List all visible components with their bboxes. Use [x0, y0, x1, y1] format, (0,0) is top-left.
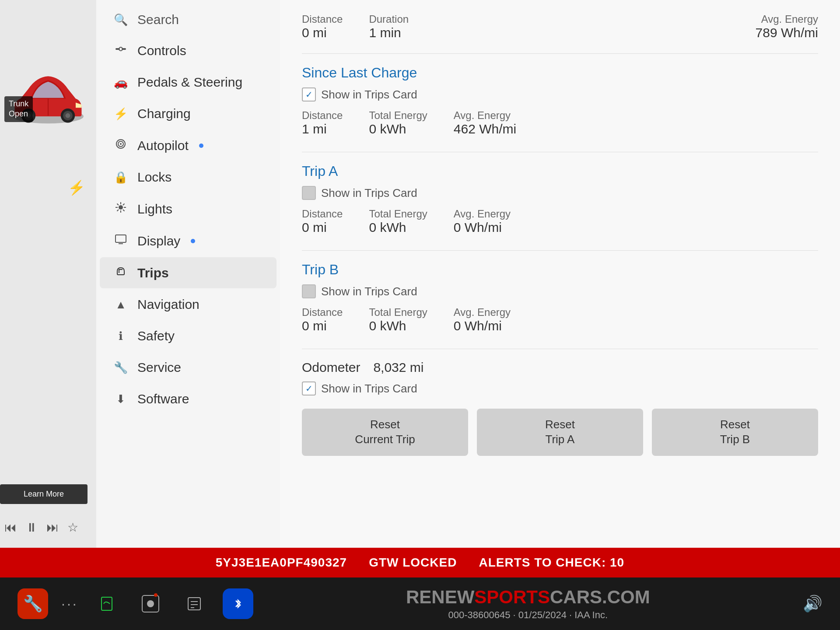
trip-a-show-row: Show in Trips Card [302, 186, 818, 200]
controls-icon [113, 43, 129, 58]
taskbar-left: 🔧 ··· [18, 588, 253, 619]
lights-icon [113, 201, 129, 217]
trip-b-title: Trip B [302, 262, 818, 278]
sidebar-item-charging[interactable]: ⚡ Charging [100, 98, 276, 129]
current-trip-section: Distance 0 mi Duration 1 min Avg. Energy… [302, 13, 818, 40]
odometer-checkbox[interactable]: ✓ [302, 382, 316, 396]
taskbar-settings-icon[interactable]: 🔧 [18, 588, 48, 619]
odometer-show-label: Show in Trips Card [321, 382, 417, 396]
taskbar: 🔧 ··· [0, 578, 840, 630]
navigation-icon: ▲ [113, 298, 129, 312]
learn-more-banner[interactable]: Learn More [0, 484, 88, 504]
trip-b-show-label: Show in Trips Card [321, 285, 417, 298]
locks-icon: 🔒 [113, 171, 129, 184]
svg-line-22 [117, 210, 119, 211]
safety-icon: ℹ [113, 329, 129, 343]
trip-a-avg-energy-block: Avg. Energy 0 Wh/mi [454, 208, 511, 235]
sidebar-item-trips[interactable]: Trips [100, 257, 276, 288]
trunk-status: Trunk Open [4, 96, 33, 122]
trip-a-distance-block: Distance 0 mi [302, 208, 343, 235]
pedals-icon: 🚗 [113, 76, 129, 89]
prev-track-icon[interactable]: ⏮ [4, 520, 17, 535]
brand-sports: SPORTS [474, 587, 550, 607]
main-area: Trunk Open ⚡ Learn More ⏮ ⏸ ⏭ ☆ 🔍 Search [0, 0, 840, 548]
taskbar-dots: ··· [61, 596, 78, 612]
slc-distance-block: Distance 1 mi [302, 109, 343, 136]
trip-a-title: Trip A [302, 163, 818, 179]
slc-total-energy-block: Total Energy 0 kWh [369, 109, 427, 136]
taskbar-center: RENEWSPORTSCARS.COM 000-38600645 · 01/25… [406, 587, 650, 621]
software-icon: ⬇ [113, 392, 129, 406]
current-distance-block: Distance 0 mi [302, 13, 343, 40]
trip-a-show-label: Show in Trips Card [321, 186, 417, 200]
svg-point-14 [119, 205, 123, 210]
status-bar: 5YJ3E1EA0PF490327 GTW LOCKED ALERTS TO C… [0, 548, 840, 578]
svg-point-6 [66, 113, 70, 118]
sidebar-item-autopilot[interactable]: Autopilot [100, 130, 276, 161]
pause-icon[interactable]: ⏸ [25, 520, 38, 535]
autopilot-icon [113, 138, 129, 153]
trip-a-checkbox[interactable] [302, 186, 316, 200]
taskbar-bluetooth-icon[interactable] [223, 588, 253, 619]
trip-a-section: Trip A Show in Trips Card Distance 0 mi … [302, 163, 818, 235]
media-controls: ⏮ ⏸ ⏭ ☆ [4, 520, 78, 535]
taskbar-camera-icon[interactable] [135, 588, 166, 619]
sidebar-item-safety[interactable]: ℹ Safety [100, 321, 276, 351]
reset-buttons-row: ResetCurrent Trip ResetTrip A ResetTrip … [302, 409, 818, 456]
trip-b-checkbox[interactable] [302, 284, 316, 298]
trip-b-stats: Distance 0 mi Total Energy 0 kWh Avg. En… [302, 306, 818, 333]
svg-rect-23 [116, 235, 126, 242]
since-last-charge-checkbox[interactable]: ✓ [302, 88, 316, 102]
sidebar-item-navigation[interactable]: ▲ Navigation [100, 289, 276, 320]
odometer-row: Odometer 8,032 mi [302, 360, 818, 375]
search-icon: 🔍 [113, 13, 129, 27]
gtw-text: GTW LOCKED [369, 556, 457, 570]
sidebar-item-search[interactable]: 🔍 Search [100, 5, 276, 34]
reset-current-trip-button[interactable]: ResetCurrent Trip [302, 409, 468, 456]
svg-line-20 [123, 210, 125, 211]
footer-text: 000-38600645 · 01/25/2024 · IAA Inc. [448, 609, 608, 621]
trip-b-show-row: Show in Trips Card [302, 284, 818, 298]
sidebar-item-controls[interactable]: Controls [100, 35, 276, 66]
volume-icon[interactable]: 🔊 [803, 595, 822, 613]
taskbar-right: 🔊 [803, 595, 822, 613]
since-last-charge-section: Since Last Charge ✓ Show in Trips Card D… [302, 65, 818, 136]
alerts-text: ALERTS TO CHECK: 10 [479, 556, 624, 570]
trip-b-avg-energy-block: Avg. Energy 0 Wh/mi [454, 306, 511, 333]
slc-avg-energy-block: Avg. Energy 462 Wh/mi [454, 109, 516, 136]
next-track-icon[interactable]: ⏭ [46, 520, 59, 535]
since-last-charge-title: Since Last Charge [302, 65, 818, 81]
sidebar-item-service[interactable]: 🔧 Service [100, 352, 276, 383]
taskbar-phone-icon[interactable] [91, 588, 122, 619]
sidebar-item-locks[interactable]: 🔒 Locks [100, 162, 276, 192]
service-icon: 🔧 [113, 361, 129, 374]
sidebar-item-software[interactable]: ⬇ Software [100, 384, 276, 414]
since-last-charge-show-label: Show in Trips Card [321, 88, 417, 102]
brand-logo: RENEWSPORTSCARS.COM [406, 587, 650, 608]
reset-trip-a-button[interactable]: ResetTrip A [477, 409, 643, 456]
autopilot-dot [199, 144, 203, 148]
trip-a-total-energy-block: Total Energy 0 kWh [369, 208, 427, 235]
trip-b-distance-block: Distance 0 mi [302, 306, 343, 333]
sidebar-item-pedals[interactable]: 🚗 Pedals & Steering [100, 67, 276, 98]
svg-line-21 [123, 204, 125, 206]
odometer-label: Odometer [302, 360, 360, 375]
trip-b-total-energy-block: Total Energy 0 kWh [369, 306, 427, 333]
taskbar-files-icon[interactable] [179, 588, 210, 619]
charging-icon: ⚡ [113, 107, 129, 121]
odometer-show-row: ✓ Show in Trips Card [302, 382, 818, 396]
brand-renew: RENEW [406, 587, 474, 607]
trip-a-stats: Distance 0 mi Total Energy 0 kWh Avg. En… [302, 208, 818, 235]
trips-content-area: Distance 0 mi Duration 1 min Avg. Energy… [280, 0, 840, 548]
sidebar-item-display[interactable]: Display [100, 225, 276, 256]
lightning-icon: ⚡ [68, 179, 85, 196]
favorite-icon[interactable]: ☆ [67, 520, 78, 535]
current-duration-block: Duration 1 min [369, 13, 409, 40]
reset-trip-b-button[interactable]: ResetTrip B [652, 409, 818, 456]
trips-icon [113, 265, 129, 280]
svg-line-19 [117, 204, 119, 206]
current-avg-energy-block: Avg. Energy 789 Wh/mi [756, 13, 818, 40]
vin-text: 5YJ3E1EA0PF490327 [216, 556, 347, 570]
sidebar-item-lights[interactable]: Lights [100, 193, 276, 224]
left-panel: Trunk Open ⚡ Learn More ⏮ ⏸ ⏭ ☆ [0, 0, 96, 548]
